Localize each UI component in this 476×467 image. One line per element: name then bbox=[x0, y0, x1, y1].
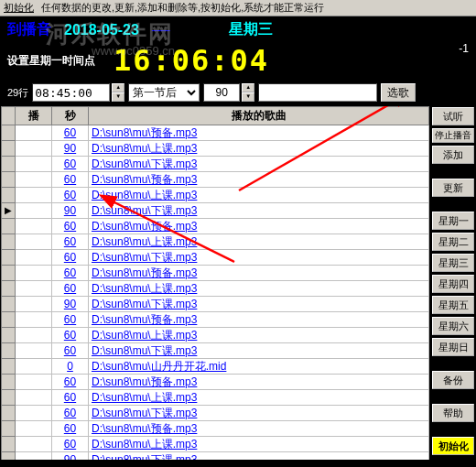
clock-display: 16:06:04 bbox=[114, 43, 269, 78]
weekday-display: 星期三 bbox=[229, 20, 273, 39]
table-row[interactable]: 60D:\sun8\mu\上课.mp3 bbox=[2, 328, 429, 343]
backup-button[interactable]: 备份 bbox=[432, 371, 474, 389]
table-row[interactable]: 60D:\sun8\mu\预备.mp3 bbox=[2, 266, 429, 281]
col-song: 播放的歌曲 bbox=[89, 107, 429, 125]
table-row[interactable]: 90D:\sun8\mu\上课.mp3 bbox=[2, 141, 429, 157]
table-row[interactable]: 60D:\sun8\mu\预备.mp3 bbox=[2, 219, 429, 234]
help-button[interactable]: 帮助 bbox=[432, 404, 474, 422]
table-row[interactable]: 90D:\sun8\mu\下课.mp3 bbox=[2, 452, 429, 462]
table-row[interactable]: 60D:\sun8\mu\下课.mp3 bbox=[2, 250, 429, 266]
period-select[interactable]: 第一节后 bbox=[128, 83, 200, 102]
table-row[interactable]: 60D:\sun8\mu\上课.mp3 bbox=[2, 281, 429, 297]
table-row[interactable]: 60D:\sun8\mu\预备.mp3 bbox=[2, 421, 429, 437]
day-sun-button[interactable]: 星期日 bbox=[432, 338, 474, 356]
number-input[interactable] bbox=[203, 83, 240, 102]
day-thu-button[interactable]: 星期四 bbox=[432, 275, 474, 293]
day-wed-button[interactable]: 星期三 bbox=[432, 254, 474, 272]
table-row[interactable]: 0D:\sun8\mu\山丹丹开花.mid bbox=[2, 359, 429, 375]
page-title: 到播音 bbox=[7, 20, 51, 39]
song-table-wrap: 播 秒 播放的歌曲 60D:\sun8\mu\预备.mp390D:\sun8\m… bbox=[0, 105, 430, 461]
table-row[interactable]: 60D:\sun8\mu\下课.mp3 bbox=[2, 343, 429, 359]
table-row[interactable]: 60D:\sun8\mu\上课.mp3 bbox=[2, 390, 429, 406]
day-sat-button[interactable]: 星期六 bbox=[432, 317, 474, 335]
day-mon-button[interactable]: 星期一 bbox=[432, 212, 474, 230]
top-toolbar: 初始化 任何数据的更改,更新,添加和删除等,按初始化,系统才能正常运行 bbox=[0, 0, 476, 16]
table-row[interactable]: 60D:\sun8\mu\预备.mp3 bbox=[2, 312, 429, 328]
date-display: 2018-05-23 bbox=[64, 22, 139, 38]
spin-down-icon[interactable]: ▼ bbox=[242, 92, 254, 102]
col-sec: 秒 bbox=[52, 107, 89, 125]
try-listen-button[interactable]: 试听 bbox=[432, 107, 474, 125]
settings-label: 设置星期一时间点 bbox=[7, 53, 95, 69]
stop-button[interactable]: 停止播音 bbox=[432, 128, 474, 143]
spin-up-icon[interactable]: ▲ bbox=[112, 83, 124, 92]
spin-up-icon[interactable]: ▲ bbox=[242, 83, 254, 92]
table-row[interactable]: 90D:\sun8\mu\下课.mp3 bbox=[2, 297, 429, 312]
header-area: 到播音 2018-05-23 ── 星期三 -1 设置星期一时间点 16:06:… bbox=[0, 16, 476, 105]
neg-indicator: -1 bbox=[459, 42, 469, 55]
song-input[interactable] bbox=[258, 83, 377, 102]
table-row[interactable]: ▶90D:\sun8\mu\下课.mp3 bbox=[2, 203, 429, 219]
day-fri-button[interactable]: 星期五 bbox=[432, 296, 474, 314]
table-row[interactable]: 60D:\sun8\mu\预备.mp3 bbox=[2, 375, 429, 390]
col-play: 播 bbox=[16, 107, 52, 125]
table-row[interactable]: 60D:\sun8\mu\预备.mp3 bbox=[2, 125, 429, 141]
row-count-label: 29行 bbox=[7, 86, 28, 100]
spin-down-icon[interactable]: ▼ bbox=[112, 92, 124, 102]
table-row[interactable]: 60D:\sun8\mu\下课.mp3 bbox=[2, 157, 429, 172]
time-input[interactable] bbox=[32, 83, 110, 102]
toolbar-note: 任何数据的更改,更新,添加和删除等,按初始化,系统才能正常运行 bbox=[41, 1, 324, 15]
table-row[interactable]: 60D:\sun8\mu\上课.mp3 bbox=[2, 234, 429, 250]
init-button[interactable]: 初始化 bbox=[432, 437, 474, 455]
add-button[interactable]: 添加 bbox=[432, 146, 474, 164]
choose-song-button[interactable]: 选歌 bbox=[381, 83, 416, 102]
table-row[interactable]: 60D:\sun8\mu\下课.mp3 bbox=[2, 406, 429, 421]
update-button[interactable]: 更新 bbox=[432, 179, 474, 197]
table-row[interactable]: 60D:\sun8\mu\上课.mp3 bbox=[2, 188, 429, 203]
table-row[interactable]: 60D:\sun8\mu\上课.mp3 bbox=[2, 437, 429, 452]
song-table[interactable]: 播 秒 播放的歌曲 60D:\sun8\mu\预备.mp390D:\sun8\m… bbox=[1, 106, 429, 461]
table-row[interactable]: 60D:\sun8\mu\预备.mp3 bbox=[2, 172, 429, 188]
time-spinner[interactable]: ▲ ▼ bbox=[112, 83, 124, 102]
num-spinner[interactable]: ▲ ▼ bbox=[242, 83, 254, 102]
init-link[interactable]: 初始化 bbox=[4, 1, 34, 15]
day-tue-button[interactable]: 星期二 bbox=[432, 233, 474, 251]
side-panel: 试听 停止播音 添加 更新 星期一 星期二 星期三 星期四 星期五 星期六 星期… bbox=[430, 105, 476, 467]
